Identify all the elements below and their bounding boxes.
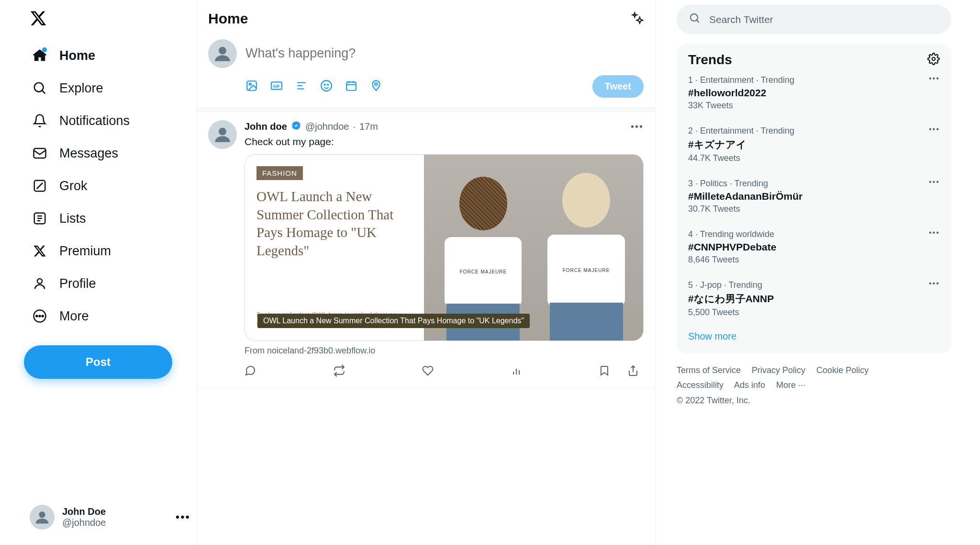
footer-link[interactable]: Accessibility [677,380,724,390]
nav-notifications[interactable]: Notifications [24,106,196,136]
x-icon [32,243,48,259]
trend-count: 5,500 Tweets [688,307,940,318]
footer-link[interactable]: More ··· [776,380,805,390]
tweet-actions [245,364,644,379]
svg-point-24 [324,84,325,85]
person-icon [32,275,48,292]
trend-more-icon[interactable]: ••• [929,178,940,186]
svg-point-17 [249,83,251,85]
svg-point-9 [37,279,42,284]
tweet-more-icon[interactable]: ••• [631,121,644,132]
emoji-icon[interactable] [320,79,333,94]
tweet-button[interactable]: Tweet [592,75,644,98]
views-icon[interactable] [511,365,522,378]
trend-meta: 2 · Entertainment · Trending [688,126,940,136]
nav-label: Explore [59,81,103,96]
more-icon[interactable]: ••• [176,511,190,524]
avatar[interactable] [208,120,237,149]
search-box[interactable]: Search Twitter [677,5,951,34]
avatar[interactable] [208,39,237,68]
retweet-icon[interactable] [333,364,345,379]
grok-icon [32,178,48,194]
nav-grok[interactable]: Grok [24,171,196,201]
trend-more-icon[interactable]: ••• [929,125,940,134]
trends-title: Trends [688,52,732,68]
tweet-composer: GIF Tweet [197,32,655,108]
trend-tag: #なにわ男子ANNP [688,292,940,306]
sparkle-icon[interactable] [630,11,644,26]
trend-count: 30.7K Tweets [688,204,940,214]
timestamp[interactable]: 17m [359,121,378,132]
tweet-header: John doe @johndoe · 17m ••• [245,120,644,133]
footer-link[interactable]: Privacy Policy [752,365,805,375]
schedule-icon[interactable] [345,79,357,94]
svg-point-36 [690,14,698,21]
post-button[interactable]: Post [24,345,172,379]
logo[interactable] [24,5,196,41]
poll-icon[interactable] [295,79,308,94]
trend-count: 8,646 Tweets [688,255,940,265]
trend-meta: 3 · Politics · Trending [688,179,940,189]
share-icon[interactable] [627,365,639,378]
footer-link[interactable]: Terms of Service [677,365,741,375]
trend-tag: #CNNPHVPDebate [688,241,940,253]
nav-messages[interactable]: Messages [24,138,196,168]
nav-label: More [59,309,89,324]
image-icon[interactable] [245,79,258,94]
handle: @johndoe [62,517,106,528]
page-title: Home [208,11,248,27]
svg-line-4 [37,183,43,189]
location-icon[interactable] [370,79,382,94]
svg-point-30 [375,83,377,85]
nav-premium[interactable]: Premium [24,236,196,266]
trend-item[interactable]: 1 · Entertainment · Trending #helloworld… [688,68,940,118]
trend-meta: 4 · Trending worldwide [688,229,940,239]
nav-label: Home [59,48,95,63]
trend-more-icon[interactable]: ••• [929,228,940,237]
like-icon[interactable] [422,365,434,378]
trend-tag: #MilleteAdananBirÖmür [688,191,940,202]
search-icon [32,80,48,96]
card-category: FASHION [256,166,303,180]
bookmark-icon[interactable] [599,365,610,378]
footer-link[interactable]: Ads info [734,380,765,390]
card-overlay-title: OWL Launch a New Summer Collection That … [257,314,530,328]
svg-rect-16 [247,81,256,91]
account-switcher[interactable]: John Doe @johndoe ••• [24,499,196,535]
trend-count: 33K Tweets [688,101,940,111]
trend-more-icon[interactable]: ••• [929,279,940,288]
more-circle-icon [32,308,48,324]
link-card[interactable]: FASHION OWL Launch a New Summer Collecti… [245,154,644,341]
trend-item[interactable]: 2 · Entertainment · Trending #キズナアイ 44.7… [688,118,940,171]
settings-icon[interactable] [927,53,940,67]
nav-explore[interactable]: Explore [24,73,196,103]
trend-meta: 5 · J-pop · Trending [688,280,940,290]
author-name[interactable]: John doe [245,121,287,132]
svg-point-12 [39,316,41,317]
search-placeholder: Search Twitter [709,14,773,25]
svg-point-15 [219,47,226,55]
svg-point-0 [34,83,44,92]
reply-icon[interactable] [245,365,256,378]
nav-home[interactable]: Home [24,41,196,70]
svg-point-38 [932,57,935,61]
nav-more[interactable]: More [24,301,196,331]
author-handle[interactable]: @johndoe [305,121,349,132]
svg-point-11 [36,316,37,317]
composer-input[interactable] [245,39,644,75]
nav-profile[interactable]: Profile [24,269,196,298]
notification-dot [42,47,47,52]
trend-item[interactable]: 4 · Trending worldwide #CNNPHVPDebate 8,… [688,222,940,272]
svg-line-37 [697,20,699,23]
nav-label: Notifications [59,114,130,128]
nav-lists[interactable]: Lists [24,204,196,233]
sidebar: Home Explore Notifications Messages Grok… [0,0,196,545]
trend-more-icon[interactable]: ••• [929,74,940,83]
mail-icon [32,145,48,161]
show-more-link[interactable]: Show more [688,325,940,345]
gif-icon[interactable]: GIF [270,79,283,94]
footer-link[interactable]: Cookie Policy [816,365,869,375]
trend-item[interactable]: 3 · Politics · Trending #MilleteAdananBi… [688,171,940,222]
trend-item[interactable]: 5 · J-pop · Trending #なにわ男子ANNP 5,500 Tw… [688,272,940,325]
main-column: Home GIF Tweet [196,0,656,545]
